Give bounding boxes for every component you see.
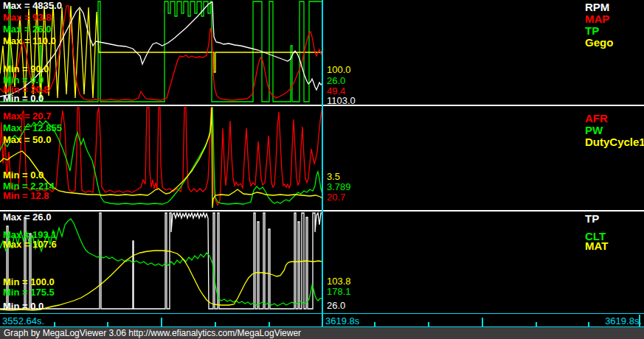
cursor-value-tp: 26.0 (327, 76, 345, 86)
max-label-pw: Max = 12.855 (3, 123, 62, 133)
status-bar: Graph by MegaLogViewer 3.06 http://www.e… (0, 327, 644, 339)
megalogviewer-window: Max = 4835.0 Max = 93.8 Max = 26.0 Max =… (0, 0, 644, 339)
min-label-clt: Min = 175.5 (3, 287, 55, 298)
cursor-value-mat: 103.8 (327, 276, 351, 287)
max-label-tp: Max = 26.0 (3, 24, 51, 35)
axis-tick (536, 322, 537, 326)
axis-start-time: 3552.64s. (2, 316, 44, 326)
max-label-gego: Max = 110.0 (3, 36, 56, 46)
cursor-value-dutycycle1: 3.5 (327, 172, 340, 182)
max-label-map: Max = 93.8 (3, 13, 51, 23)
axis-end-time: 3619.8s. (605, 316, 642, 326)
min-label-gego: Min = 90.0 (3, 64, 49, 74)
legend-gego: Gego (585, 37, 613, 49)
axis-cursor-time: 3619.8s (325, 316, 359, 326)
max-label-afr: Max = 20.7 (3, 111, 51, 122)
legend-tp2: TP (585, 213, 599, 225)
status-text: Graph by MegaLogViewer 3.06 http://www.e… (4, 328, 301, 338)
axis-tick (374, 322, 375, 326)
min-label-rpm: Min = 0.0 (3, 94, 44, 104)
axis-tick (428, 322, 429, 326)
axis-tick (588, 322, 589, 326)
legend-tp: TP (585, 25, 599, 37)
legend-mat: MAT (585, 240, 608, 252)
max-label-dutycycle1: Max = 50.0 (3, 135, 51, 145)
axis-tick (161, 318, 162, 326)
axis-tick (107, 322, 108, 326)
legend-rpm: RPM (585, 1, 609, 13)
max-label-tp2: Max = 26.0 (3, 212, 51, 223)
legend-map: MAP (585, 13, 609, 25)
cursor-value-pw: 3.789 (327, 182, 351, 192)
axis-tick (215, 322, 216, 326)
time-cursor[interactable] (322, 0, 323, 327)
max-label-rpm: Max = 4835.0 (3, 1, 62, 11)
min-label-tp2: Min = 0.0 (3, 301, 44, 312)
cursor-value-tp2: 26.0 (327, 301, 345, 311)
cursor-value-clt: 178.1 (327, 287, 351, 297)
axis-tick (54, 322, 55, 326)
max-label-mat: Max = 107.6 (3, 240, 57, 250)
axis-tick (482, 318, 483, 326)
cursor-value-gego: 100.0 (327, 65, 351, 75)
min-label-mat: Min = 100.0 (3, 277, 55, 287)
cursor-value-afr: 20.7 (327, 192, 345, 203)
legend-afr: AFR (585, 113, 608, 125)
cursor-value-rpm: 1103.0 (327, 96, 356, 106)
min-label-afr: Min = 12.8 (3, 191, 49, 201)
min-label-dutycycle1: Min = 0.0 (3, 170, 44, 181)
legend-pw: PW (585, 125, 603, 136)
legend-dutycycle1: DutyCycle1 (585, 136, 644, 148)
axis-tick (269, 322, 270, 326)
